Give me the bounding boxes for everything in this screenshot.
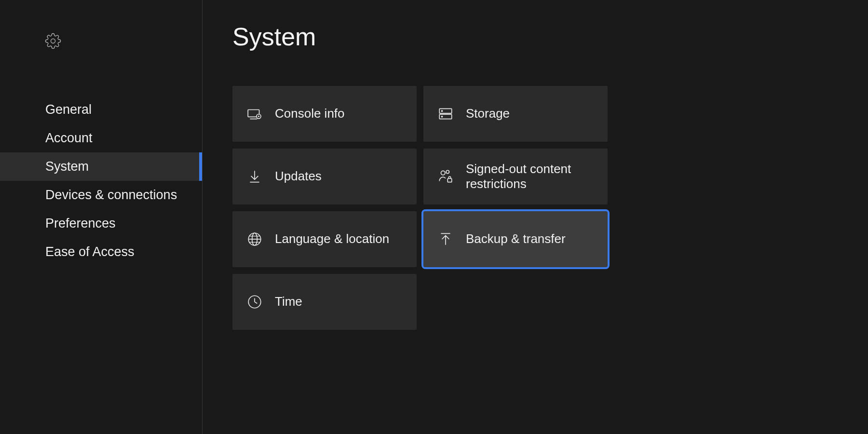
tile-time[interactable]: Time (232, 274, 417, 330)
tile-label: Language & location (275, 231, 389, 246)
svg-point-10 (441, 171, 445, 175)
tile-label: Console info (275, 106, 345, 121)
tile-updates[interactable]: Updates (232, 149, 417, 204)
sidebar-item-label: System (45, 159, 89, 174)
svg-line-20 (255, 302, 257, 303)
sidebar-item-general[interactable]: General (0, 95, 202, 124)
svg-point-0 (51, 39, 55, 43)
sidebar: General Account System Devices & connect… (0, 0, 203, 434)
sidebar-item-system[interactable]: System (0, 152, 202, 181)
sidebar-item-ease-of-access[interactable]: Ease of Access (0, 238, 202, 266)
globe-icon (246, 231, 263, 248)
gear-icon (45, 42, 61, 51)
settings-header (0, 33, 202, 51)
svg-point-6 (442, 110, 443, 111)
sidebar-item-label: Devices & connections (45, 188, 177, 203)
settings-tiles: Console info Storage Upda (232, 86, 868, 330)
sidebar-item-preferences[interactable]: Preferences (0, 209, 202, 238)
sidebar-item-label: Account (45, 131, 93, 146)
sidebar-item-label: General (45, 102, 92, 117)
sidebar-item-label: Ease of Access (45, 244, 135, 259)
tile-label: Backup & transfer (466, 231, 566, 246)
sidebar-item-devices[interactable]: Devices & connections (0, 181, 202, 209)
tile-label: Updates (275, 169, 322, 184)
tile-label: Signed-out content restrictions (466, 162, 598, 191)
upload-icon (437, 231, 454, 248)
download-icon (246, 168, 263, 185)
sidebar-item-account[interactable]: Account (0, 124, 202, 152)
main-content: System Console info (203, 0, 868, 434)
tile-signed-out-restrictions[interactable]: Signed-out content restrictions (423, 149, 608, 204)
tile-console-info[interactable]: Console info (232, 86, 417, 142)
svg-rect-12 (448, 178, 452, 182)
tile-language-location[interactable]: Language & location (232, 211, 417, 267)
page-title: System (232, 22, 868, 51)
tile-storage[interactable]: Storage (423, 86, 608, 142)
clock-icon (246, 293, 263, 311)
sidebar-item-label: Preferences (45, 216, 116, 231)
svg-point-11 (446, 170, 449, 173)
people-lock-icon (437, 168, 454, 185)
storage-icon (437, 105, 454, 122)
tile-backup-transfer[interactable]: Backup & transfer (423, 211, 608, 267)
tile-label: Storage (466, 106, 510, 121)
console-icon (246, 105, 263, 122)
tile-label: Time (275, 294, 302, 309)
svg-point-7 (442, 116, 443, 117)
